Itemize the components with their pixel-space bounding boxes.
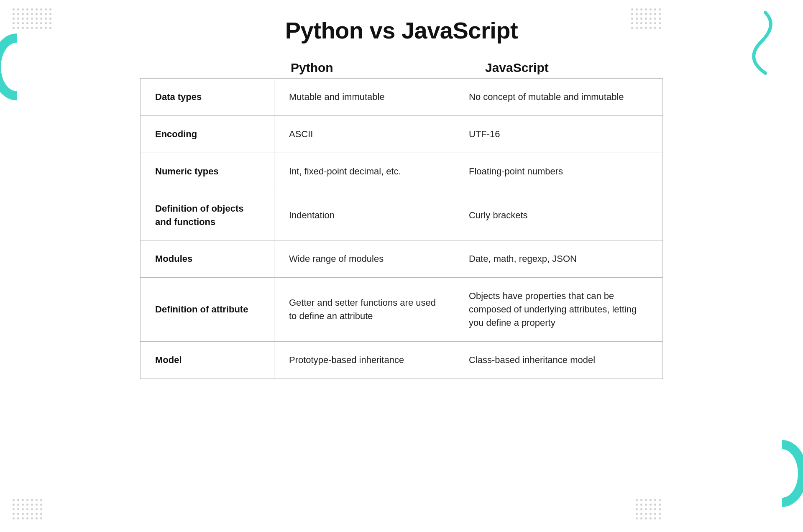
js-value: Floating-point numbers bbox=[454, 153, 663, 190]
table-row: Definition of attributeGetter and setter… bbox=[141, 278, 663, 342]
col-header-label bbox=[140, 61, 274, 75]
table-row: ModelPrototype-based inheritanceClass-ba… bbox=[141, 342, 663, 379]
table-row: Data typesMutable and immutableNo concep… bbox=[141, 79, 663, 116]
js-value: Curly brackets bbox=[454, 190, 663, 240]
row-label: Modules bbox=[141, 240, 274, 278]
js-value: Objects have properties that can be comp… bbox=[454, 278, 663, 342]
row-label: Definition of objects and functions bbox=[141, 190, 274, 240]
python-value: Indentation bbox=[274, 190, 454, 240]
col-header-python: Python bbox=[274, 61, 468, 75]
row-label: Encoding bbox=[141, 115, 274, 153]
js-value: Class-based inheritance model bbox=[454, 342, 663, 379]
python-value: Wide range of modules bbox=[274, 240, 454, 278]
js-value: Date, math, regexp, JSON bbox=[454, 240, 663, 278]
python-value: ASCII bbox=[274, 115, 454, 153]
main-content: Python vs JavaScript Python JavaScript D… bbox=[0, 0, 803, 532]
table-row: EncodingASCIIUTF-16 bbox=[141, 115, 663, 153]
row-label: Numeric types bbox=[141, 153, 274, 190]
python-value: Prototype-based inheritance bbox=[274, 342, 454, 379]
row-label: Model bbox=[141, 342, 274, 379]
js-value: UTF-16 bbox=[454, 115, 663, 153]
js-value: No concept of mutable and immutable bbox=[454, 79, 663, 116]
col-header-javascript: JavaScript bbox=[468, 61, 663, 75]
table-row: ModulesWide range of modulesDate, math, … bbox=[141, 240, 663, 278]
python-value: Mutable and immutable bbox=[274, 79, 454, 116]
python-value: Int, fixed-point decimal, etc. bbox=[274, 153, 454, 190]
page-title: Python vs JavaScript bbox=[285, 17, 518, 44]
column-headers: Python JavaScript bbox=[140, 61, 663, 75]
row-label: Data types bbox=[141, 79, 274, 116]
table-row: Numeric typesInt, fixed-point decimal, e… bbox=[141, 153, 663, 190]
row-label: Definition of attribute bbox=[141, 278, 274, 342]
comparison-table: Data typesMutable and immutableNo concep… bbox=[140, 78, 663, 379]
python-value: Getter and setter functions are used to … bbox=[274, 278, 454, 342]
table-row: Definition of objects and functionsInden… bbox=[141, 190, 663, 240]
